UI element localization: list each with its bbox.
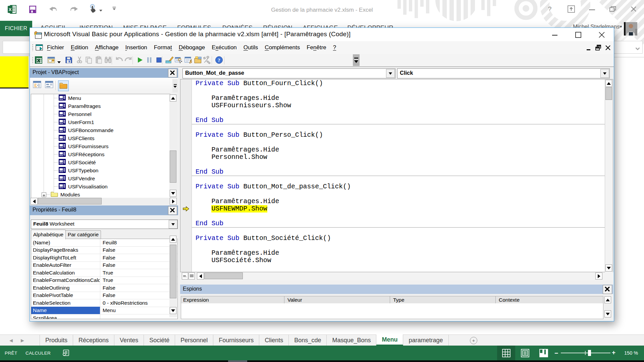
selected-yellow-cell[interactable]: [0, 56, 29, 88]
normal-view-button[interactable]: [497, 346, 515, 360]
watches-body[interactable]: [181, 303, 603, 319]
code-window-icon[interactable]: [35, 44, 44, 53]
help-icon[interactable]: ?: [214, 55, 224, 65]
dropdown-icon[interactable]: [386, 69, 395, 78]
menu-?[interactable]: ?: [330, 41, 339, 54]
watch-column-contexte[interactable]: Contexte: [499, 297, 520, 303]
insert-userform-icon[interactable]: [46, 55, 56, 65]
scroll-thumb[interactable]: [170, 150, 176, 183]
vba-close-icon[interactable]: [597, 31, 606, 40]
run-icon[interactable]: [135, 55, 145, 65]
copy-icon[interactable]: [84, 55, 94, 65]
scroll-up-icon[interactable]: [170, 95, 176, 102]
mdi-minimize-icon[interactable]: [585, 44, 593, 51]
menu-fentre[interactable]: Fenêtre: [303, 41, 330, 54]
property-row-scrollarea[interactable]: ScrollArea: [31, 314, 177, 319]
sheet-tab-menu[interactable]: Menu: [376, 335, 403, 346]
scroll-left-icon[interactable]: [31, 198, 38, 205]
redo-icon[interactable]: [123, 55, 133, 65]
menu-complments[interactable]: Compléments: [261, 41, 303, 54]
sheet-nav-right-icon[interactable]: ▶: [21, 338, 24, 343]
paste-icon[interactable]: [94, 55, 104, 65]
sheet-tab-réceptions[interactable]: Réceptions: [73, 335, 114, 346]
dropdown-icon[interactable]: [169, 220, 177, 229]
break-icon[interactable]: [144, 55, 154, 65]
tree-item-usfsociété[interactable]: USFSociété: [59, 159, 96, 167]
status-calculate[interactable]: CALCULER: [25, 351, 51, 356]
toggle-folders-icon[interactable]: [58, 80, 69, 91]
ribbon-tab-fichier[interactable]: FICHIER: [0, 21, 32, 36]
menu-dbogage[interactable]: Débogage: [175, 41, 208, 54]
code-vscrollbar[interactable]: [605, 79, 613, 273]
vba-title-bar[interactable]: Microsoft Visual Basic pour Applications…: [30, 28, 614, 41]
sheet-tab-ventes[interactable]: Ventes: [114, 335, 144, 346]
page-layout-view-button[interactable]: [516, 346, 534, 360]
sheet-tab-masque_bons[interactable]: Masque_Bons: [327, 335, 376, 346]
menu-edition[interactable]: Edition: [67, 41, 92, 54]
tree-item-usfboncommande[interactable]: USFBoncommande: [59, 126, 113, 134]
tree-item-usfvendre[interactable]: USFVendre: [59, 175, 95, 183]
property-row-name[interactable]: NameMenu: [31, 307, 177, 314]
excel-close-icon[interactable]: [629, 5, 639, 14]
scroll-left-icon[interactable]: [197, 273, 204, 280]
menu-affichage[interactable]: Affichage: [92, 41, 122, 54]
properties-close-icon[interactable]: [168, 206, 177, 215]
scroll-down-icon[interactable]: [605, 264, 612, 272]
code-hscrollbar[interactable]: [180, 272, 613, 280]
worksheet-left[interactable]: [0, 88, 30, 335]
toolbar-overflow-icon[interactable]: [353, 54, 360, 66]
scroll-down-icon[interactable]: [604, 310, 611, 317]
zoom-percentage[interactable]: 150 %: [624, 350, 638, 356]
property-row-name[interactable]: (Name)Feuil8: [31, 239, 177, 247]
expand-modules-icon[interactable]: [42, 192, 46, 197]
new-sheet-button[interactable]: +: [470, 337, 477, 344]
menu-fichier[interactable]: Fichier: [44, 41, 67, 54]
project-toolbar-overflow-icon[interactable]: [172, 79, 178, 93]
excel-minimize-icon[interactable]: [587, 5, 597, 14]
tree-item-paramêtrages[interactable]: Paramêtrages: [59, 102, 101, 110]
watches-caption[interactable]: Espions: [180, 285, 613, 294]
tab-categorized[interactable]: Par catégorie: [65, 230, 101, 239]
design-mode-icon[interactable]: [164, 55, 174, 65]
tree-item-usffournisseurs[interactable]: USFFournisseurs: [59, 142, 109, 150]
scroll-thumb[interactable]: [204, 273, 243, 279]
mdi-close-icon[interactable]: [604, 44, 612, 51]
user-dropdown-icon[interactable]: ▼: [619, 25, 623, 28]
tree-item-usftypebon[interactable]: USFTypebon: [59, 167, 98, 175]
vba-minimize-icon[interactable]: [550, 31, 559, 40]
view-code-icon[interactable]: [33, 80, 43, 90]
procedure-view-icon[interactable]: [182, 273, 188, 280]
scroll-thumb[interactable]: [38, 198, 102, 204]
scroll-right-icon[interactable]: [595, 273, 602, 280]
property-row-enablecalculation[interactable]: EnableCalculationTrue: [31, 269, 177, 277]
view-object-icon[interactable]: [45, 80, 55, 90]
sheet-tab-bons_cde[interactable]: Bons_cde: [289, 335, 327, 346]
cut-icon[interactable]: [74, 55, 85, 65]
sheet-tab-parametrage[interactable]: parametrage: [403, 335, 448, 346]
tree-item-usfclients[interactable]: USFClients: [59, 134, 94, 142]
scroll-thumb[interactable]: [170, 245, 176, 298]
menu-format[interactable]: Format: [151, 41, 175, 54]
scroll-up-icon[interactable]: [604, 296, 611, 303]
properties-window-icon[interactable]: [183, 55, 194, 65]
view-excel-icon[interactable]: [34, 55, 44, 65]
watch-column-expression[interactable]: Expression: [183, 297, 209, 303]
zoom-out-button[interactable]: −: [554, 350, 558, 357]
tree-item-modules[interactable]: Modules: [51, 191, 80, 198]
watch-column-valeur[interactable]: Valeur: [287, 297, 302, 303]
property-row-displayrighttoleft[interactable]: DisplayRightToLeftFalse: [31, 254, 177, 262]
object-combo[interactable]: Button_Mot_de_passe: [182, 68, 395, 78]
scroll-up-icon[interactable]: [170, 236, 176, 243]
page-break-view-button[interactable]: [535, 346, 553, 360]
tree-item-usfréceptions[interactable]: USFRéceptions: [59, 150, 105, 159]
vba-maximize-icon[interactable]: [574, 31, 583, 40]
sheet-tab-personnel[interactable]: Personnel: [175, 335, 213, 346]
properties-vscrollbar[interactable]: [169, 235, 177, 317]
sheet-tab-clients[interactable]: Clients: [259, 335, 289, 346]
sheet-tab-fournisseurs[interactable]: Fournisseurs: [213, 335, 259, 346]
menu-insertion[interactable]: Insertion: [122, 41, 151, 54]
tree-item-usfvisualisation[interactable]: USFVisualisation: [59, 183, 108, 191]
dropdown-icon[interactable]: [600, 69, 609, 78]
property-row-enablepivottable[interactable]: EnablePivotTableFalse: [31, 292, 177, 299]
zoom-in-button[interactable]: +: [612, 349, 615, 356]
